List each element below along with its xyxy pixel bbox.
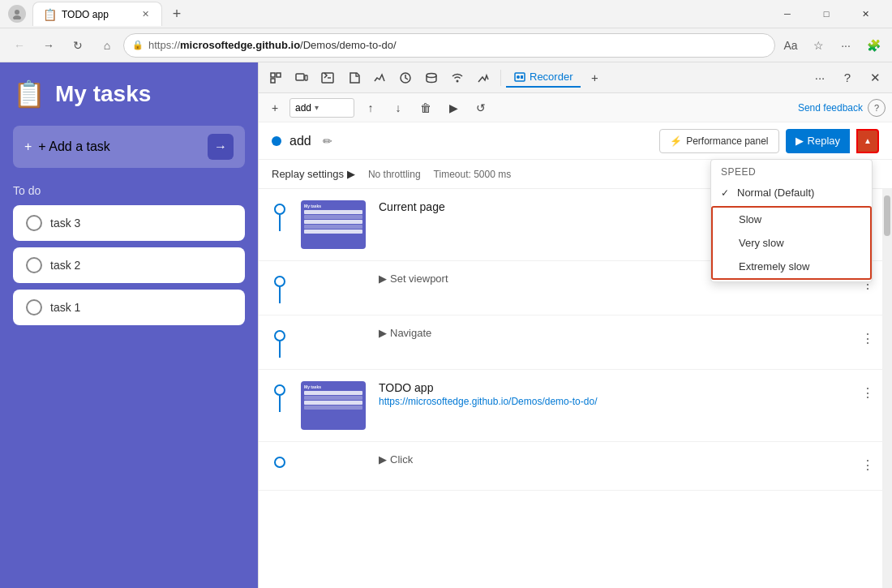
thumb-content [304,391,362,427]
speed-very-slow-label: Very slow [739,237,784,249]
active-tab[interactable]: 📋 TODO app ✕ [32,2,162,26]
svg-point-11 [457,79,459,82]
browser-menu-button[interactable]: ··· [834,33,858,58]
minimize-button[interactable]: ─ [769,1,806,27]
recorder-toolbar: + add ▾ ↑ ↓ 🗑 ▶ ↺ Send feedback ? [259,93,892,122]
speed-slow[interactable]: Slow [713,208,870,231]
step-circle [274,384,285,396]
maximize-button[interactable]: □ [808,1,845,27]
task-checkbox-2[interactable] [26,257,42,273]
replay-settings-link[interactable]: Replay settings ▶ [272,168,355,180]
network-tool[interactable] [367,66,392,90]
new-tab-button[interactable]: + [165,2,188,25]
step-info: ▶ Navigate [379,327,843,339]
task-label-2: task 2 [50,259,80,272]
delete-button[interactable]: 🗑 [414,97,437,119]
sources-tool[interactable] [341,66,366,90]
move-down-button[interactable]: ↓ [387,97,410,119]
recording-name: add [289,134,311,148]
user-avatar[interactable] [8,5,26,23]
responsive-tool[interactable] [289,66,314,90]
favorites-icon[interactable]: ☆ [806,33,830,58]
performance-panel-button[interactable]: ⚡ Performance panel [659,129,778,153]
thumb-line [304,220,362,224]
step-more-button[interactable]: ⋮ [856,381,879,404]
task-checkbox-3[interactable] [26,215,42,231]
forward-button[interactable]: → [36,32,62,58]
step-circle [274,330,285,341]
replay-button[interactable]: ▶ Replay [786,129,850,153]
thumb-line [304,391,362,395]
step-title: TODO app [379,381,843,394]
step-thumbnail: My tasks [301,200,366,249]
task-item[interactable]: task 3 [13,205,245,241]
task-item[interactable]: task 1 [13,290,245,325]
add-task-button[interactable]: → [208,134,234,160]
elements-tool[interactable] [264,66,288,90]
add-task-label: + Add a task [38,139,110,154]
recorder-tab[interactable]: Recorder [506,67,581,88]
section-label: To do [13,184,245,197]
url-input[interactable]: 🔒 https://microsoftedge.github.io/Demos/… [123,33,775,58]
tab-title: TODO app [62,9,109,20]
thumb-title: My tasks [304,204,362,208]
step-line [279,396,281,412]
tab-bar: 📋 TODO app ✕ + [32,2,762,26]
task-checkbox-1[interactable] [26,299,42,315]
tab-favicon: 📋 [43,8,57,21]
step-line [279,341,281,358]
send-feedback-link[interactable]: Send feedback [798,102,863,114]
performance-insights-tool[interactable] [471,66,495,90]
scrollbar-thumb[interactable] [884,195,890,236]
step-expand[interactable]: ▶ Click [379,453,843,466]
recording-select[interactable]: add ▾ [289,98,354,118]
stop-button[interactable]: ↺ [470,97,492,119]
task-item[interactable]: task 2 [13,247,245,283]
speed-very-slow[interactable]: Very slow [713,231,870,255]
recorder-help-button[interactable]: ? [868,99,886,117]
speed-extremely-slow-label: Extremely slow [739,260,809,273]
close-window-button[interactable]: ✕ [847,1,884,27]
play-button[interactable]: ▶ [442,97,465,119]
perf-button-label: Performance panel [686,135,768,147]
svg-rect-14 [521,75,523,79]
step-more-button[interactable]: ⋮ [856,327,879,350]
reload-button[interactable]: ↻ [65,32,91,58]
devtools-more-button[interactable]: ··· [808,66,832,90]
address-right-controls: Aa ☆ ··· 🧩 [778,33,886,58]
expand-icon: ▶ [379,327,387,339]
scrollbar-track[interactable] [882,189,892,588]
step-more-button[interactable]: ⋮ [856,453,879,476]
step-title: Click [390,453,413,466]
replay-dropdown-button[interactable]: ▲ [856,129,879,153]
step-expand[interactable]: ▶ Navigate [379,327,843,339]
step-row-click: ▶ Click ⋮ [259,442,892,491]
speed-normal[interactable]: ✓ Normal (Default) [711,181,872,204]
thumb-line [304,401,362,405]
performance-tool[interactable] [393,66,418,90]
speed-extremely-slow[interactable]: Extremely slow [713,255,870,278]
extensions-icon[interactable]: 🧩 [861,33,886,58]
memory-tool[interactable] [419,66,444,90]
add-tab-button[interactable]: + [582,66,607,90]
devtools-close-button[interactable]: ✕ [863,66,887,90]
url-domain: microsoftedge.github.io [180,39,300,51]
speed-normal-label: Normal (Default) [737,187,814,199]
edit-recording-icon[interactable]: ✏ [323,135,332,148]
step-row-todo-app: My tasks TODO app https://microsoftedge.… [259,370,892,442]
svg-point-13 [517,75,520,79]
thumb-title: My tasks [304,384,362,389]
console-tool[interactable] [315,66,340,90]
recorder-add-button[interactable]: + [265,98,285,118]
devtools-help-button[interactable]: ? [835,66,860,90]
move-up-button[interactable]: ↑ [359,97,382,119]
back-button[interactable]: ← [6,32,32,58]
add-task-row[interactable]: + + Add a task → [13,126,245,168]
perf-icon: ⚡ [670,135,682,147]
todo-title: My tasks [55,81,151,107]
home-button[interactable]: ⌂ [94,32,120,58]
tab-close-button[interactable]: ✕ [139,8,152,21]
read-mode-icon[interactable]: Aa [778,33,803,58]
wifi-tool[interactable] [445,66,470,90]
window-controls: ─ □ ✕ [769,1,884,27]
